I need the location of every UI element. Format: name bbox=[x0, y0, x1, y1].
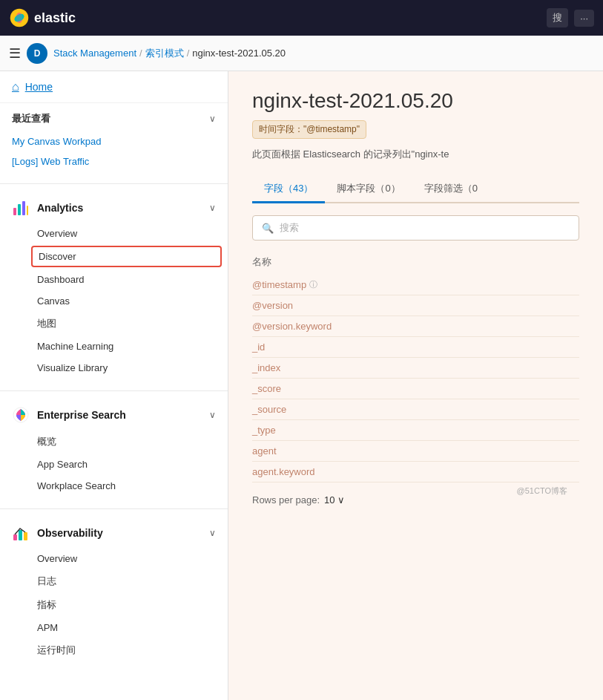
sidebar-item-visualize[interactable]: Visualize Library bbox=[0, 357, 228, 379]
elastic-logo-icon bbox=[9, 7, 30, 28]
recent-header: 最近查看 ∨ bbox=[12, 112, 216, 125]
search-placeholder: 搜索 bbox=[280, 221, 299, 235]
search-button[interactable]: 搜 bbox=[547, 8, 568, 27]
fields-name-header: 名称 bbox=[252, 252, 579, 275]
timestamp-label: 时间字段："@timestamp" bbox=[259, 123, 360, 136]
enterprise-title: Enterprise Search bbox=[37, 409, 126, 421]
logo-text: elastic bbox=[34, 10, 76, 26]
field-row-score: _score bbox=[252, 379, 579, 399]
sidebar-item-dashboard[interactable]: Dashboard bbox=[0, 269, 228, 290]
field-name-score: _score bbox=[252, 383, 281, 394]
search-bar[interactable]: 🔍 搜索 bbox=[252, 215, 579, 241]
sidebar-item-apm[interactable]: APM bbox=[0, 617, 228, 638]
field-name-index: _index bbox=[252, 362, 280, 373]
more-button[interactable]: ··· bbox=[574, 10, 594, 27]
recent-chevron-icon[interactable]: ∨ bbox=[209, 114, 216, 124]
sidebar: ⌂ Home 最近查看 ∨ My Canvas Workpad [Logs] W… bbox=[0, 71, 228, 700]
field-name-agent-keyword: agent.keyword bbox=[252, 466, 315, 477]
field-name-timestamp: @timestamp bbox=[252, 279, 306, 290]
sidebar-item-discover[interactable]: Discover bbox=[31, 246, 222, 267]
watermark: @51CTO博客 bbox=[517, 485, 567, 497]
recent-item-canvas[interactable]: My Canvas Workpad bbox=[12, 131, 216, 151]
tab-scripted-fields[interactable]: 脚本字段（0） bbox=[325, 176, 412, 203]
rows-per-page-select[interactable]: 10 ∨ bbox=[324, 494, 345, 506]
recent-title: 最近查看 bbox=[12, 112, 50, 125]
breadcrumb-index-mode[interactable]: 索引模式 bbox=[145, 47, 184, 60]
sidebar-item-workplace-search[interactable]: Workplace Search bbox=[0, 475, 228, 497]
field-name-source: _source bbox=[252, 404, 286, 415]
sidebar-item-ml[interactable]: Machine Learning bbox=[0, 336, 228, 357]
svg-rect-5 bbox=[18, 204, 21, 215]
breadcrumb-sep-1: / bbox=[139, 48, 142, 59]
sidebar-item-metrics[interactable]: 指标 bbox=[0, 593, 228, 617]
svg-rect-7 bbox=[27, 206, 28, 215]
field-row-agent: agent bbox=[252, 441, 579, 462]
content-wrapper: nginx-test-2021.05.20 时间字段："@timestamp" … bbox=[252, 89, 579, 506]
field-info-icon[interactable]: ⓘ bbox=[309, 279, 317, 290]
observability-title-group: Observability bbox=[12, 524, 103, 542]
breadcrumb-sep-2: / bbox=[187, 48, 190, 59]
sidebar-section-enterprise: Enterprise Search ∨ 概览 App Search Workpl… bbox=[0, 397, 228, 503]
breadcrumb: Stack Management / 索引模式 / nginx-test-202… bbox=[53, 47, 286, 60]
sidebar-divider-3 bbox=[0, 508, 228, 509]
tabs-bar: 字段（43） 脚本字段（0） 字段筛选（0 bbox=[252, 176, 579, 203]
field-name-version-keyword: @version.keyword bbox=[252, 321, 332, 332]
breadcrumb-stack-management[interactable]: Stack Management bbox=[53, 48, 136, 59]
breadcrumb-current: nginx-test-2021.05.20 bbox=[192, 48, 286, 59]
svg-rect-10 bbox=[19, 530, 22, 540]
field-name-agent: agent bbox=[252, 445, 277, 457]
sidebar-home[interactable]: ⌂ Home bbox=[0, 71, 228, 103]
observability-chevron-icon[interactable]: ∨ bbox=[209, 528, 216, 538]
tab-fields[interactable]: 字段（43） bbox=[252, 176, 325, 203]
sidebar-item-maps[interactable]: 地图 bbox=[0, 312, 228, 336]
search-icon: 🔍 bbox=[262, 223, 274, 234]
sidebar-section-observability: Observability ∨ Overview 日志 指标 APM 运行时间 bbox=[0, 515, 228, 668]
enterprise-chevron-icon[interactable]: ∨ bbox=[209, 410, 216, 420]
topbar-right: 搜 ··· bbox=[547, 8, 594, 27]
observability-section-header[interactable]: Observability ∨ bbox=[0, 515, 228, 548]
enterprise-section-header[interactable]: Enterprise Search ∨ bbox=[0, 397, 228, 430]
elastic-logo: elastic bbox=[9, 7, 76, 28]
field-row-index: _index bbox=[252, 358, 579, 379]
svg-rect-4 bbox=[13, 208, 16, 215]
analytics-section-header[interactable]: Analytics ∨ bbox=[0, 190, 228, 223]
analytics-title-group: Analytics bbox=[12, 199, 83, 217]
field-name-id: _id bbox=[252, 341, 265, 353]
timestamp-badge: 时间字段："@timestamp" bbox=[252, 120, 366, 139]
field-row-version: @version bbox=[252, 295, 579, 316]
sidebar-item-obs-overview[interactable]: Overview bbox=[0, 548, 228, 569]
recent-section: 最近查看 ∨ My Canvas Workpad [Logs] Web Traf… bbox=[0, 103, 228, 177]
field-name-type: _type bbox=[252, 425, 276, 436]
menu-icon[interactable]: ☰ bbox=[9, 45, 21, 62]
tab-field-filters[interactable]: 字段筛选（0 bbox=[412, 176, 490, 203]
svg-rect-6 bbox=[22, 201, 25, 215]
analytics-chevron-icon[interactable]: ∨ bbox=[209, 203, 216, 213]
sidebar-item-app-search[interactable]: App Search bbox=[0, 454, 228, 475]
sidebar-divider-1 bbox=[0, 183, 228, 184]
field-name-version: @version bbox=[252, 300, 293, 311]
topbar-left: elastic bbox=[9, 7, 76, 28]
analytics-title: Analytics bbox=[37, 202, 83, 214]
topbar: elastic 搜 ··· bbox=[0, 0, 603, 36]
field-row-timestamp: @timestamp ⓘ bbox=[252, 275, 579, 295]
breadcrumb-bar: ☰ D Stack Management / 索引模式 / nginx-test… bbox=[0, 36, 603, 71]
field-row-version-keyword: @version.keyword bbox=[252, 316, 579, 337]
field-row-source: _source bbox=[252, 399, 579, 420]
sidebar-item-enterprise-overview[interactable]: 概览 bbox=[0, 430, 228, 454]
sidebar-item-logs[interactable]: 日志 bbox=[0, 569, 228, 593]
sidebar-item-uptime[interactable]: 运行时间 bbox=[0, 638, 228, 662]
description: 此页面根据 Elasticsearch 的记录列出"nginx-te bbox=[252, 148, 579, 161]
main-layout: ⌂ Home 最近查看 ∨ My Canvas Workpad [Logs] W… bbox=[0, 71, 603, 700]
rows-per-page-label: Rows per page: bbox=[252, 494, 320, 506]
sidebar-item-canvas[interactable]: Canvas bbox=[0, 290, 228, 312]
home-icon: ⌂ bbox=[12, 80, 19, 94]
field-row-id: _id bbox=[252, 337, 579, 358]
recent-item-logs[interactable]: [Logs] Web Traffic bbox=[12, 151, 216, 171]
home-label: Home bbox=[25, 81, 53, 93]
enterprise-title-group: Enterprise Search bbox=[12, 406, 126, 424]
svg-rect-9 bbox=[13, 534, 17, 540]
content-area: nginx-test-2021.05.20 时间字段："@timestamp" … bbox=[228, 71, 603, 700]
field-row-agent-keyword: agent.keyword bbox=[252, 462, 579, 483]
field-row-type: _type bbox=[252, 420, 579, 441]
sidebar-item-overview[interactable]: Overview bbox=[0, 223, 228, 244]
